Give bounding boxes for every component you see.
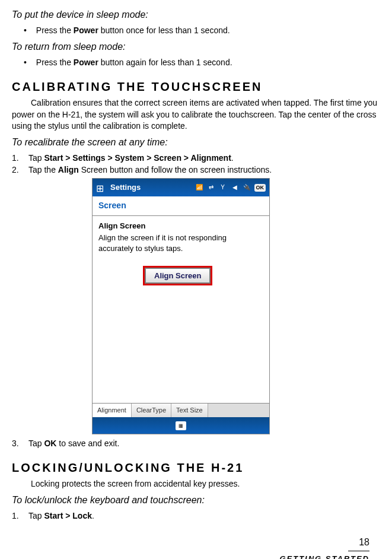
step-3-bold: OK bbox=[44, 439, 56, 448]
step-1-pre: Tap bbox=[28, 153, 44, 163]
tabbar: Alignment ClearType Text Size bbox=[93, 403, 269, 417]
return-mode-heading: To return from sleep mode: bbox=[12, 40, 380, 53]
sleep-bullet: Press the Power button once for less tha… bbox=[24, 25, 380, 37]
sleep-bullet-bold: Power bbox=[74, 26, 98, 35]
content-area: Align Screen Align the screen if it is n… bbox=[93, 216, 269, 403]
step-3-num: 3. bbox=[12, 438, 28, 450]
step-1-num: 1. bbox=[12, 153, 28, 164]
screen-label: Screen bbox=[93, 196, 269, 216]
footer-divider bbox=[348, 551, 369, 551]
sleep-bullet-post: button once for less than 1 second. bbox=[98, 26, 230, 35]
step-1-post: . bbox=[231, 153, 234, 163]
step-2-pre: Tap the bbox=[28, 165, 58, 174]
windows-icon bbox=[96, 182, 107, 193]
bottombar: ▦ bbox=[93, 417, 269, 434]
step-3-pre: Tap bbox=[28, 439, 44, 448]
locking-title: Locking/Unlocking the H-21 bbox=[12, 459, 380, 476]
footer-label: Getting Started bbox=[12, 554, 369, 559]
battery-icon: 🔌 bbox=[243, 183, 251, 192]
return-bullet: Press the Power button again for less th… bbox=[24, 57, 380, 69]
align-screen-desc: Align the screen if it is not responding… bbox=[98, 233, 263, 254]
signal-icon: 📶 bbox=[195, 183, 203, 192]
lock-step-1: 1.Tap Start > Lock. bbox=[12, 510, 380, 522]
locking-para: Locking protects the screen from acciden… bbox=[12, 478, 380, 490]
align-screen-title: Align Screen bbox=[98, 221, 263, 231]
antenna-icon: Y bbox=[219, 183, 227, 192]
lock-step-1-pre: Tap bbox=[28, 511, 44, 520]
step-2-bold: Align bbox=[58, 165, 79, 174]
keyboard-icon[interactable]: ▦ bbox=[176, 421, 186, 430]
page-number: 18 bbox=[12, 536, 369, 549]
lock-heading: To lock/unlock the keyboard and touchscr… bbox=[12, 494, 380, 507]
step-3: 3.Tap OK to save and exit. bbox=[12, 438, 380, 450]
footer: 18 Getting Started bbox=[12, 536, 380, 559]
lock-step-1-bold: Start > Lock bbox=[44, 511, 92, 520]
tab-alignment[interactable]: Alignment bbox=[93, 404, 132, 417]
step-2: 2.Tap the Align Screen button and follow… bbox=[12, 164, 380, 176]
sleep-mode-heading: To put the device in sleep mode: bbox=[12, 8, 380, 21]
step-2-post: Screen button and follow the on screen i… bbox=[79, 165, 272, 174]
step-2-num: 2. bbox=[12, 164, 28, 176]
step-3-post: to save and exit. bbox=[56, 439, 119, 448]
return-bullet-bold: Power bbox=[74, 58, 98, 67]
align-screen-button[interactable]: Align Screen bbox=[145, 268, 211, 284]
titlebar-title: Settings bbox=[110, 182, 195, 193]
calibrating-title: Calibrating the Touchscreen bbox=[12, 78, 380, 95]
step-1: 1.Tap Start > Settings > System > Screen… bbox=[12, 153, 380, 164]
status-icons: 📶 ⇄ Y ◀ 🔌 OK bbox=[195, 183, 266, 192]
ok-button[interactable]: OK bbox=[254, 184, 266, 192]
device-screenshot: Settings 📶 ⇄ Y ◀ 🔌 OK Screen Align Scree… bbox=[92, 178, 270, 434]
lock-step-1-post: . bbox=[92, 511, 94, 520]
align-button-highlight: Align Screen bbox=[143, 266, 212, 285]
titlebar: Settings 📶 ⇄ Y ◀ 🔌 OK bbox=[93, 179, 269, 196]
sleep-bullet-pre: Press the bbox=[36, 26, 74, 35]
recalibrate-heading: To recalibrate the screen at any time: bbox=[12, 136, 380, 149]
return-bullet-pre: Press the bbox=[36, 58, 74, 67]
return-bullet-post: button again for less than 1 second. bbox=[98, 58, 232, 67]
tab-textsize[interactable]: Text Size bbox=[171, 404, 208, 417]
connect-icon: ⇄ bbox=[207, 183, 215, 192]
step-1-bold: Start > Settings > System > Screen > Ali… bbox=[44, 153, 231, 163]
tab-cleartype[interactable]: ClearType bbox=[132, 404, 171, 417]
calibrating-para: Calibration ensures that the correct scr… bbox=[12, 97, 380, 132]
speaker-icon: ◀ bbox=[231, 183, 239, 192]
lock-step-1-num: 1. bbox=[12, 510, 28, 522]
